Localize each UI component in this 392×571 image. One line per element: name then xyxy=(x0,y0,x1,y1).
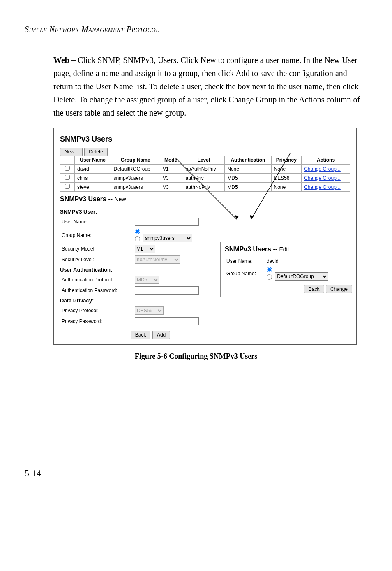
row-checkbox[interactable] xyxy=(65,184,70,189)
priv-proto-select[interactable]: DES56 xyxy=(135,306,164,315)
figure-screenshot: SNMPv3 Users New... Delete User Name Gro… xyxy=(53,128,357,345)
security-level-label: Security Level: xyxy=(60,254,133,265)
edit-panel-title: SNMPv3 Users -- Edit xyxy=(225,246,352,253)
edit-user-panel: SNMPv3 Users -- Edit User Name: david Gr… xyxy=(220,242,356,297)
auth-proto-select[interactable]: MD5 xyxy=(135,276,159,284)
user-name-input[interactable] xyxy=(135,218,199,226)
col-level: Level xyxy=(183,156,225,165)
back-button[interactable]: Back xyxy=(131,331,151,339)
cell-auth: MD5 xyxy=(225,174,271,183)
cell-user: david xyxy=(75,165,111,174)
cell-model: V3 xyxy=(160,183,183,192)
header-rule xyxy=(25,37,367,37)
user-name-label: User Name: xyxy=(60,216,133,227)
edit-group-name-label: Group Name: xyxy=(225,265,265,282)
cell-priv: DES56 xyxy=(271,174,302,183)
edit-change-button[interactable]: Change xyxy=(326,285,352,293)
group-name-label: Group Name: xyxy=(60,227,133,244)
section-data-privacy: Data Privacy: xyxy=(60,297,241,304)
body-lead: Web xyxy=(53,56,69,65)
figure-title: SNMPv3 Users xyxy=(60,135,350,144)
table-row: chris snmpv3users V3 authPriv MD5 DES56 … xyxy=(60,174,350,183)
change-group-link[interactable]: Change Group... xyxy=(304,166,341,172)
cell-group: DefaultROGroup xyxy=(111,165,160,174)
edit-group-radio-select[interactable] xyxy=(267,274,272,280)
figure-caption: Figure 5-6 Configuring SNMPv3 Users xyxy=(25,352,367,361)
auth-proto-label: Authentication Protocol: xyxy=(60,274,133,285)
cell-model: V1 xyxy=(160,165,183,174)
security-model-label: Security Model: xyxy=(60,244,133,254)
section-snmpv3-user: SNMPV3 User: xyxy=(60,209,241,215)
auth-pass-input[interactable] xyxy=(135,286,199,295)
new-user-panel: SNMPv3 Users -- New SNMPV3 User: User Na… xyxy=(60,193,241,339)
cell-level: noAuthNoPriv xyxy=(183,165,225,174)
cell-auth: None xyxy=(225,165,271,174)
change-group-link[interactable]: Change Group... xyxy=(304,184,341,190)
edit-group-select[interactable]: DefaultROGroup xyxy=(275,272,328,281)
security-model-select[interactable]: V1 xyxy=(135,245,155,253)
cell-level: authNoPriv xyxy=(183,183,225,192)
auth-pass-label: Authentication Password: xyxy=(60,285,133,296)
page-number: 5-14 xyxy=(25,468,367,478)
row-checkbox[interactable] xyxy=(65,175,70,180)
cell-model: V3 xyxy=(160,174,183,183)
priv-pass-input[interactable] xyxy=(135,317,199,325)
table-row: steve snmpv3users V3 authNoPriv MD5 None… xyxy=(60,183,350,192)
col-actions: Actions xyxy=(302,156,350,165)
col-priv: Privancy xyxy=(271,156,302,165)
col-auth: Authentication xyxy=(225,156,271,165)
cell-auth: MD5 xyxy=(225,183,271,192)
new-button[interactable]: New... xyxy=(60,148,83,156)
priv-proto-label: Privacy Protocol: xyxy=(60,305,133,316)
table-row: david DefaultROGroup V1 noAuthNoPriv Non… xyxy=(60,165,350,174)
change-group-link[interactable]: Change Group... xyxy=(304,175,341,181)
group-name-select[interactable]: snmpv3users xyxy=(143,234,192,242)
col-groupname: Group Name xyxy=(111,156,160,165)
body-paragraph: Web – Click SNMP, SNMPv3, Users. Click N… xyxy=(53,53,367,119)
security-level-select[interactable]: noAuthNoPriv xyxy=(135,255,180,264)
running-head: Simple Network Management Protocol xyxy=(25,25,367,34)
new-panel-title: SNMPv3 Users -- New xyxy=(60,195,241,203)
add-button[interactable]: Add xyxy=(152,331,170,339)
edit-user-name-label: User Name: xyxy=(225,257,265,265)
edit-user-name-value: david xyxy=(265,257,352,265)
cell-group: snmpv3users xyxy=(111,174,160,183)
users-table: User Name Group Name Model Level Authent… xyxy=(60,156,350,192)
delete-button[interactable]: Delete xyxy=(84,148,108,156)
cell-priv: None xyxy=(271,165,302,174)
group-name-radio-blank[interactable] xyxy=(135,229,140,234)
cell-level: authPriv xyxy=(183,174,225,183)
cell-priv: None xyxy=(271,183,302,192)
col-model: Model xyxy=(160,156,183,165)
cell-user: steve xyxy=(75,183,111,192)
body-rest: – Click SNMP, SNMPv3, Users. Click New t… xyxy=(53,56,360,117)
section-user-auth: User Authentication: xyxy=(60,267,241,273)
cell-group: snmpv3users xyxy=(111,183,160,192)
col-checkbox xyxy=(60,156,75,165)
cell-user: chris xyxy=(75,174,111,183)
priv-pass-label: Privacy Password: xyxy=(60,316,133,327)
group-name-radio-select[interactable] xyxy=(135,236,140,241)
svg-marker-3 xyxy=(250,215,254,219)
row-checkbox[interactable] xyxy=(65,166,70,171)
table-header-row: User Name Group Name Model Level Authent… xyxy=(60,156,350,165)
edit-group-radio-blank[interactable] xyxy=(267,267,272,272)
edit-back-button[interactable]: Back xyxy=(304,285,324,293)
col-username: User Name xyxy=(75,156,111,165)
